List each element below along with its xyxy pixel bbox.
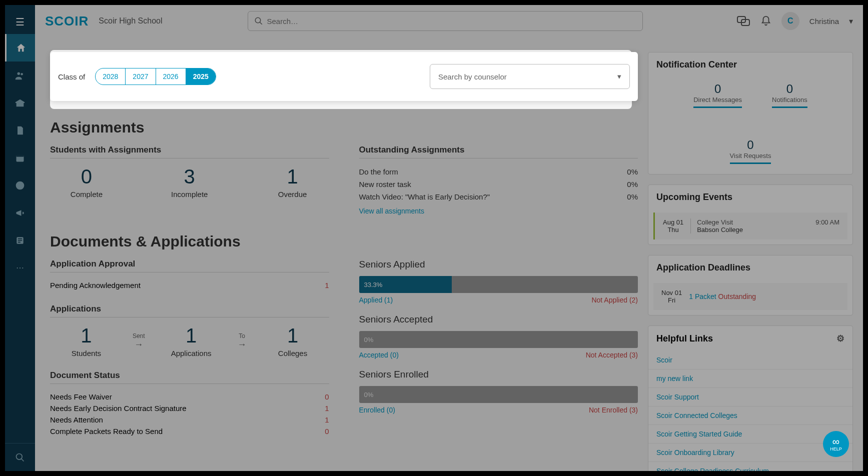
- counselor-placeholder: Search by counselor: [438, 72, 507, 81]
- sidebar-item-more[interactable]: ⋯: [5, 254, 35, 282]
- document-status-heading: Document Status: [50, 370, 329, 384]
- link-item[interactable]: Scoir Connected Colleges: [648, 406, 852, 425]
- seniors-enrolled-heading: Seniors Enrolled: [359, 369, 638, 380]
- doc-status-row: Complete Packets Ready to Send0: [50, 426, 329, 437]
- not-accepted-link[interactable]: Not Accepted (3): [586, 351, 638, 359]
- sidebar-toggle-icon[interactable]: ☰: [10, 10, 31, 34]
- tab-notifications[interactable]: 0Notifications: [772, 82, 807, 108]
- svg-point-0: [18, 72, 21, 75]
- event-item[interactable]: Aug 01Thu College VisitBabson College 9:…: [653, 212, 847, 240]
- seniors-accepted-bar: 0%: [359, 331, 638, 348]
- messages-icon[interactable]: [736, 15, 750, 27]
- link-item[interactable]: Scoir Getting Started Guide: [648, 425, 852, 444]
- topbar: SCOIR Scoir High School C Christina ▾: [35, 5, 863, 37]
- link-item[interactable]: Scoir College Readiness Curriculum: [648, 462, 852, 471]
- assignment-row: Watch Video: "What is Early Decision?"0%: [359, 190, 638, 203]
- svg-point-6: [255, 18, 261, 23]
- application-deadlines-heading: Application Deadlines: [648, 256, 852, 280]
- application-deadlines-card: Application Deadlines Nov 01Fri 1 Packet…: [648, 255, 853, 316]
- pending-ack-row: Pending Acknowledgement1: [50, 280, 329, 291]
- user-name: Christina: [809, 17, 839, 26]
- link-item[interactable]: Scoir: [648, 351, 852, 370]
- search-icon: [254, 16, 263, 26]
- svg-point-1: [21, 72, 23, 75]
- doc-status-row: Needs Attention1: [50, 414, 329, 426]
- helpful-links-card: Helpful Links⚙ Scoir my new link Scoir S…: [648, 326, 853, 471]
- link-item[interactable]: Scoir Onboarding Library: [648, 444, 852, 462]
- tab-direct-messages[interactable]: 0Direct Messages: [693, 82, 742, 108]
- applied-link[interactable]: Applied (1): [359, 296, 393, 304]
- sidebar-item-list[interactable]: [5, 226, 35, 254]
- helpful-links-heading: Helpful Links: [656, 334, 713, 344]
- seniors-accepted-heading: Seniors Accepted: [359, 314, 638, 325]
- chevron-down-icon: ▾: [617, 72, 621, 81]
- documents-heading: Documents & Applications: [50, 233, 638, 250]
- arrow-right-icon: →: [133, 340, 145, 350]
- application-approval-heading: Application Approval: [50, 259, 329, 272]
- assignments-heading: Assignments: [50, 119, 638, 136]
- year-tab-2025[interactable]: 2025: [186, 68, 216, 84]
- year-tab-2026[interactable]: 2026: [156, 68, 186, 84]
- outstanding-assignments-heading: Outstanding Assignments: [359, 145, 638, 158]
- stat-complete[interactable]: 0Complete: [50, 166, 123, 198]
- deadline-item[interactable]: Nov 01Fri 1 Packet Outstanding: [653, 283, 847, 310]
- link-item[interactable]: my new link: [648, 370, 852, 388]
- seniors-enrolled-bar: 0%: [359, 386, 638, 403]
- accepted-link[interactable]: Accepted (0): [359, 351, 399, 359]
- not-applied-link[interactable]: Not Applied (2): [591, 296, 638, 304]
- doc-status-row: Needs Early Decision Contract Signature1: [50, 402, 329, 414]
- brand-logo: SCOIR: [45, 14, 89, 29]
- sidebar-item-calendar[interactable]: [5, 144, 35, 172]
- students-assignments-heading: Students with Assignments: [50, 145, 329, 158]
- sidebar: ☰ ⋯: [5, 5, 35, 471]
- sidebar-item-colleges[interactable]: [5, 89, 35, 116]
- assignment-row: New roster task0%: [359, 178, 638, 190]
- global-search[interactable]: [248, 11, 643, 31]
- svg-point-5: [17, 454, 23, 460]
- year-tab-2027[interactable]: 2027: [126, 68, 156, 84]
- seniors-applied-heading: Seniors Applied: [359, 259, 638, 270]
- search-input[interactable]: [267, 17, 636, 26]
- enrolled-link[interactable]: Enrolled (0): [359, 406, 395, 414]
- tab-visit-requests[interactable]: 0Visit Requests: [730, 138, 771, 164]
- stat-overdue[interactable]: 1Overdue: [256, 166, 329, 198]
- not-enrolled-link[interactable]: Not Enrolled (3): [589, 406, 638, 414]
- upcoming-events-card: Upcoming Events Aug 01Thu College VisitB…: [648, 184, 853, 245]
- assignment-row: Do the form0%: [359, 166, 638, 178]
- sidebar-item-announce[interactable]: [5, 199, 35, 226]
- chevron-down-icon[interactable]: ▾: [849, 16, 853, 26]
- class-of-label: Class of: [58, 72, 85, 81]
- seniors-applied-bar: 33.3%: [359, 276, 638, 293]
- sidebar-item-home[interactable]: [5, 34, 35, 62]
- sidebar-item-reports[interactable]: [5, 172, 35, 199]
- school-name: Scoir High School: [99, 16, 162, 26]
- stat-incomplete[interactable]: 3Incomplete: [153, 166, 226, 198]
- applications-heading: Applications: [50, 304, 329, 318]
- help-fab[interactable]: ∞HELP: [823, 431, 849, 457]
- view-all-assignments-link[interactable]: View all assignments: [359, 207, 638, 215]
- doc-status-row: Needs Fee Waiver0: [50, 391, 329, 402]
- avatar[interactable]: C: [781, 12, 799, 30]
- counselor-select[interactable]: Search by counselor ▾: [430, 64, 630, 89]
- infinity-icon: ∞: [832, 436, 839, 446]
- link-item[interactable]: Scoir Support: [648, 388, 852, 406]
- svg-rect-3: [17, 155, 24, 156]
- gear-icon[interactable]: ⚙: [836, 333, 844, 344]
- sidebar-item-documents[interactable]: [5, 116, 35, 144]
- bell-icon[interactable]: [760, 16, 771, 26]
- year-tab-2028[interactable]: 2028: [96, 68, 126, 84]
- sidebar-search-icon[interactable]: [5, 444, 35, 471]
- class-filter-card: Class of 2028 2027 2026 2025 Search by c…: [50, 52, 638, 101]
- sidebar-item-students[interactable]: [5, 62, 35, 89]
- notification-center-heading: Notification Center: [648, 52, 852, 77]
- arrow-right-icon: →: [238, 340, 247, 350]
- notification-center-card: Notification Center 0Direct Messages 0No…: [648, 52, 853, 174]
- upcoming-events-heading: Upcoming Events: [648, 185, 852, 210]
- year-tabs: 2028 2027 2026 2025: [95, 68, 216, 85]
